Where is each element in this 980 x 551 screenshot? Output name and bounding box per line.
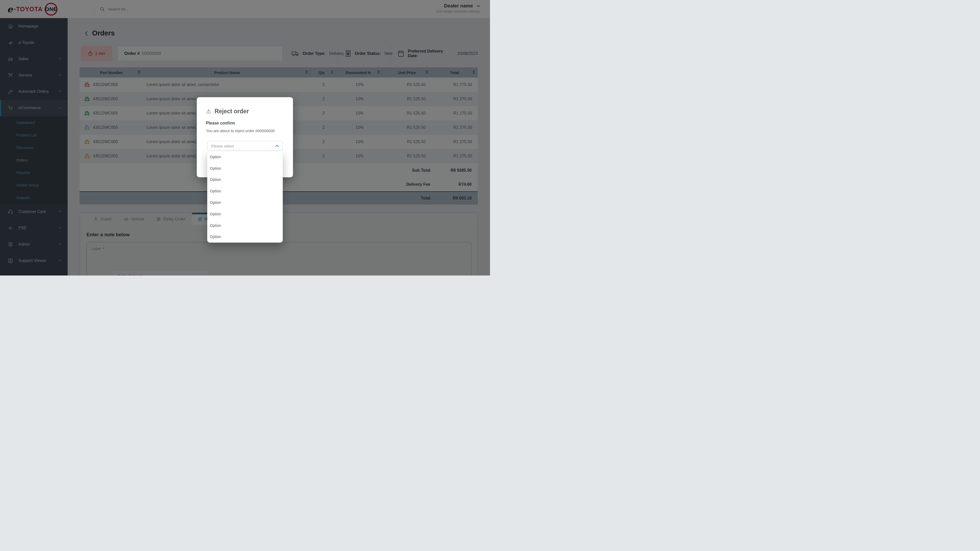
- select-placeholder: Please select: [211, 144, 275, 148]
- dropdown-option[interactable]: Option: [207, 231, 283, 243]
- dropdown-option[interactable]: Option: [207, 208, 283, 220]
- reject-reason-dropdown: Option Option Option Option Option Optio…: [207, 151, 283, 243]
- dropdown-option[interactable]: Option: [207, 220, 283, 231]
- modal-title: Reject order: [215, 108, 249, 115]
- chevron-up-icon: [275, 145, 279, 147]
- dropdown-option[interactable]: Option: [207, 174, 283, 186]
- dropdown-option[interactable]: Option: [207, 162, 283, 174]
- dropdown-option[interactable]: Option: [207, 185, 283, 197]
- confirm-text: You are about to reject order #00000000: [206, 129, 293, 133]
- modal-title-row: ⚠ Reject order: [206, 108, 293, 115]
- warning-icon: ⚠: [206, 108, 211, 114]
- confirm-heading: Please confirm: [206, 121, 293, 125]
- dropdown-option[interactable]: Option: [207, 197, 283, 208]
- dropdown-option[interactable]: Option: [207, 151, 283, 162]
- reject-reason-select[interactable]: Please select: [207, 141, 283, 151]
